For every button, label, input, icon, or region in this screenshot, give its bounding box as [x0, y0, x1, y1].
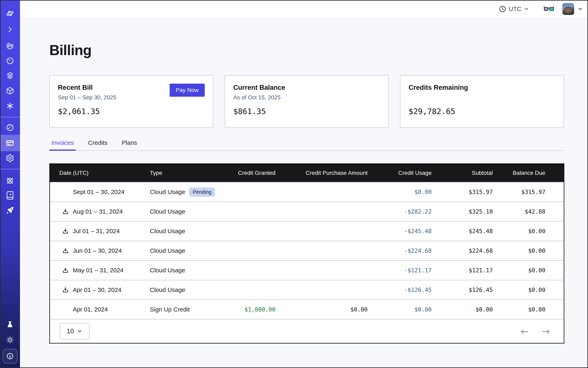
tab-plans[interactable]: Plans [120, 139, 139, 150]
subtotal-value: $126.45 [432, 287, 493, 293]
invoice-row: May 01 – 31, 2024 Cloud Usage -$121.17 $… [50, 260, 564, 280]
billing-page: Billing Recent Bill Sep 01 – Sep 30, 202… [20, 18, 588, 368]
invoice-date: May 01 – 31, 2024 [73, 267, 124, 274]
invoice-type: Cloud Usage [150, 267, 185, 274]
user-avatar [562, 3, 574, 15]
radar-icon[interactable] [0, 38, 20, 54]
billing-card-icon[interactable] [0, 135, 20, 151]
invoice-type: Cloud Usage [150, 247, 185, 254]
invoice-type-cell: Sign Up Credit [150, 306, 219, 313]
invoice-table-header-row: Date (UTC)TypeCredit GrantedCredit Purch… [50, 164, 564, 182]
download-invoice-icon[interactable] [62, 267, 69, 274]
settings-gear-icon[interactable] [0, 150, 20, 166]
pagination: ← → [521, 327, 550, 336]
balance-due-value: $0.00 [493, 228, 545, 235]
credit-usage-value: $0.00 [368, 306, 432, 313]
invoice-date-cell: Jun 01 – 30, 2024 [59, 247, 150, 254]
page-size-select[interactable]: 10 [60, 323, 90, 340]
sidebar: $ [0, 0, 20, 368]
download-invoice-icon[interactable] [62, 208, 69, 215]
invoice-date: Sept 01 – 30, 2024 [73, 188, 125, 195]
balance-due-value: $0.00 [493, 287, 545, 293]
tab-credits[interactable]: Credits [86, 139, 109, 150]
invoice-date-cell: Jul 01 – 31, 2024 [59, 228, 150, 235]
sidebar-divider [0, 169, 20, 169]
invoice-table-body: Sept 01 – 30, 2024 Cloud Usage Pending $… [50, 182, 564, 319]
ship-helm-icon[interactable] [0, 173, 20, 189]
invoice-type-cell: Cloud Usage [150, 208, 219, 215]
flask-icon[interactable] [0, 317, 20, 333]
timezone-label: UTC [509, 6, 521, 12]
balance-due-value: $0.00 [493, 306, 545, 313]
subtotal-value: $245.48 [432, 228, 493, 235]
docs-book-icon[interactable] [0, 187, 20, 203]
invoices-table: Date (UTC)TypeCredit GrantedCredit Purch… [49, 163, 564, 343]
credit-usage-value: -$126.45 [368, 287, 432, 293]
chevron-down-icon [524, 6, 529, 12]
invoice-type-cell: Cloud Usage Pending [150, 187, 219, 197]
column-header-credit-purchase-amount: Credit Purchase Amount [275, 170, 368, 176]
prev-page-arrow-icon[interactable]: ← [521, 327, 529, 336]
invoice-date-cell: Sept 01 – 30, 2024 [59, 188, 150, 195]
credits-remaining-amount: $29,782.65 [408, 107, 555, 116]
history-clock-icon[interactable] [0, 53, 20, 69]
balance-due-value: $42.88 [493, 208, 545, 215]
invoice-date-cell: Aug 01 – 31, 2024 [59, 208, 150, 215]
dollar-badge-icon[interactable]: $ [3, 349, 17, 364]
cube-icon[interactable] [0, 83, 20, 99]
page-title: Billing [49, 42, 564, 58]
column-header-balance-due: Balance Due [493, 170, 545, 176]
orbit-logo-icon[interactable] [0, 5, 20, 22]
collapse-chevron-icon[interactable] [0, 21, 20, 37]
invoice-type: Cloud Usage [150, 286, 185, 293]
layers-icon[interactable] [0, 67, 20, 84]
gauge-icon[interactable] [0, 119, 20, 136]
page-size-value: 10 [67, 328, 74, 335]
download-invoice-icon[interactable] [62, 228, 69, 235]
chevron-down-icon [77, 329, 82, 334]
invoice-type-cell: Cloud Usage [150, 286, 219, 293]
invoice-row: Aug 01 – 31, 2024 Cloud Usage -$282.22 $… [50, 202, 564, 221]
topbar: UTC [20, 0, 588, 18]
current-balance-card: Current Balance As of Oct 15, 2025 $861.… [225, 75, 389, 128]
invoice-row: Jun 01 – 30, 2024 Cloud Usage -$224.68 $… [50, 241, 564, 260]
invoice-date: Jun 01 – 30, 2024 [73, 247, 122, 254]
clock-icon [499, 5, 507, 13]
recent-bill-card: Recent Bill Sep 01 – Sep 30, 2025 $2,061… [49, 75, 213, 128]
next-page-arrow-icon[interactable]: → [542, 327, 550, 336]
billing-tabs: Invoices Credits Plans [49, 139, 564, 151]
sun-icon[interactable] [0, 332, 20, 348]
status-badge: Pending [189, 187, 215, 197]
invoice-type-cell: Cloud Usage [150, 267, 219, 274]
balance-due-value: $0.00 [493, 248, 545, 254]
timezone-selector[interactable]: UTC [499, 5, 529, 13]
invoice-date-cell: May 01 – 31, 2024 [59, 267, 150, 274]
glasses-button[interactable] [543, 6, 554, 12]
subtotal-value: $315.97 [432, 189, 493, 195]
invoice-date: Aug 01 – 31, 2024 [73, 208, 123, 215]
invoice-type: Cloud Usage [150, 188, 185, 195]
subtotal-value: $0.00 [432, 306, 493, 313]
current-balance-amount: $861.35 [233, 107, 380, 116]
invoice-type: Cloud Usage [150, 208, 185, 215]
column-header-credit-granted: Credit Granted [219, 170, 275, 176]
card-subtitle: As of Oct 15, 2025 [233, 94, 380, 101]
credits-remaining-card: Credits Remaining $29,782.65 [400, 75, 564, 128]
invoice-row: Apr 01 – 30, 2024 Cloud Usage -$126.45 $… [50, 280, 564, 299]
pay-now-button[interactable]: Pay Now [170, 84, 205, 97]
card-subtitle [408, 94, 555, 101]
tab-invoices[interactable]: Invoices [49, 139, 76, 150]
invoice-row: Jul 01 – 31, 2024 Cloud Usage -$245.48 $… [50, 221, 564, 241]
credit-usage-value: $0.00 [368, 189, 432, 195]
account-menu[interactable] [562, 3, 583, 15]
download-invoice-icon[interactable] [62, 247, 69, 254]
invoice-date-cell: Apr 01, 2024 [59, 306, 150, 313]
credit-usage-value: -$282.22 [368, 208, 432, 215]
download-invoice-icon[interactable] [62, 286, 69, 293]
rocket-icon[interactable] [0, 202, 20, 219]
subtotal-value: $121.17 [432, 267, 493, 274]
column-header-credit-usage: Credit Usage [368, 170, 432, 176]
invoice-row: Apr 01, 2024 Sign Up Credit $1,000.00 $0… [50, 299, 564, 319]
card-title: Credits Remaining [408, 84, 555, 91]
asterisk-icon[interactable] [0, 98, 20, 114]
